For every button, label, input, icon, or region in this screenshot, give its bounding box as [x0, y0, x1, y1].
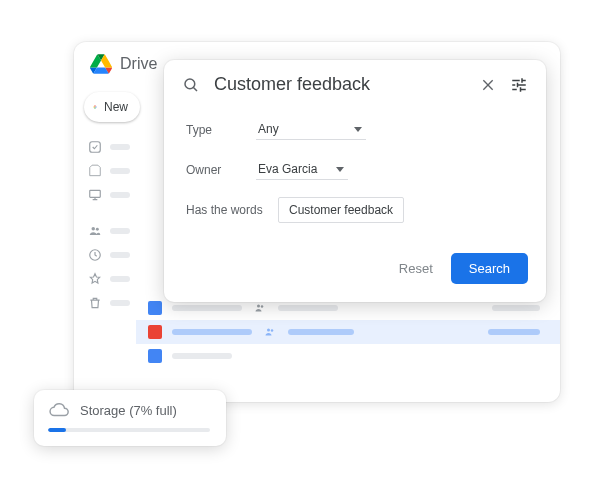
people-icon [88, 224, 102, 238]
type-value: Any [258, 122, 279, 136]
file-name-placeholder [172, 329, 252, 335]
drive-logo-icon [90, 54, 112, 74]
svg-point-8 [271, 329, 274, 332]
sidebar-item-recent[interactable] [88, 246, 136, 264]
new-button-label: New [104, 100, 128, 114]
nav-label-placeholder [110, 228, 130, 234]
drive-folder-icon [88, 164, 102, 178]
words-input[interactable]: Customer feedback [278, 197, 404, 223]
reset-button[interactable]: Reset [399, 261, 433, 276]
trash-icon [88, 296, 102, 310]
search-icon [182, 76, 200, 94]
file-meta-placeholder [492, 305, 540, 311]
search-button[interactable]: Search [451, 253, 528, 284]
sidebar-item-trash[interactable] [88, 294, 136, 312]
plus-icon [92, 100, 98, 114]
storage-progress [48, 428, 210, 432]
nav-label-placeholder [110, 300, 130, 306]
svg-point-6 [261, 305, 264, 308]
file-meta-placeholder [288, 329, 354, 335]
shared-icon [252, 302, 268, 314]
star-icon [88, 272, 102, 286]
chevron-down-icon [336, 167, 344, 172]
sidebar: New [74, 86, 136, 398]
nav-label-placeholder [110, 252, 130, 258]
search-filters: Type Any Owner Eva Garcia Has the words … [164, 105, 546, 253]
filter-row-words: Has the words Customer feedback [186, 197, 524, 223]
file-meta-placeholder [278, 305, 338, 311]
file-name-placeholder [172, 305, 242, 311]
owner-label: Owner [186, 163, 256, 177]
filter-row-type: Type Any [186, 117, 524, 143]
svg-point-2 [92, 227, 96, 231]
storage-header: Storage (7% full) [48, 402, 210, 418]
nav-label-placeholder [110, 192, 130, 198]
filter-row-owner: Owner Eva Garcia [186, 157, 524, 183]
clear-search-icon[interactable] [480, 77, 496, 93]
cloud-icon [48, 402, 70, 418]
words-label: Has the words [186, 203, 278, 217]
sidebar-item-priority[interactable] [88, 138, 136, 156]
svg-point-3 [96, 228, 99, 231]
file-name-placeholder [172, 353, 232, 359]
sidebar-item-shared[interactable] [88, 222, 136, 240]
owner-value: Eva Garcia [258, 162, 317, 176]
words-value: Customer feedback [289, 203, 393, 217]
check-badge-icon [88, 140, 102, 154]
app-title: Drive [120, 55, 157, 73]
file-row-selected[interactable] [136, 320, 560, 344]
file-row[interactable] [136, 344, 560, 368]
search-bar: Customer feedback [164, 60, 546, 105]
new-button[interactable]: New [84, 92, 140, 122]
type-dropdown[interactable]: Any [256, 120, 366, 140]
sidebar-item-mydrive[interactable] [88, 162, 136, 180]
svg-point-7 [267, 329, 270, 332]
nav-label-placeholder [110, 144, 130, 150]
svg-point-5 [257, 305, 260, 308]
svg-rect-1 [90, 190, 101, 197]
search-input[interactable]: Customer feedback [214, 74, 466, 95]
svg-rect-0 [90, 142, 101, 153]
storage-card[interactable]: Storage (7% full) [34, 390, 226, 446]
storage-label: Storage (7% full) [80, 403, 177, 418]
file-type-icon [148, 301, 162, 315]
computer-icon [88, 188, 102, 202]
sidebar-item-starred[interactable] [88, 270, 136, 288]
chevron-down-icon [354, 127, 362, 132]
nav-label-placeholder [110, 276, 130, 282]
storage-progress-fill [48, 428, 66, 432]
file-type-icon [148, 349, 162, 363]
file-type-icon [148, 325, 162, 339]
nav-label-placeholder [110, 168, 130, 174]
owner-dropdown[interactable]: Eva Garcia [256, 160, 348, 180]
file-meta-placeholder [488, 329, 540, 335]
search-panel-actions: Reset Search [164, 253, 546, 302]
search-options-icon[interactable] [510, 76, 528, 94]
sidebar-item-computers[interactable] [88, 186, 136, 204]
search-panel: Customer feedback Type Any Owner Eva Gar… [164, 60, 546, 302]
shared-icon [262, 326, 278, 338]
clock-icon [88, 248, 102, 262]
type-label: Type [186, 123, 256, 137]
